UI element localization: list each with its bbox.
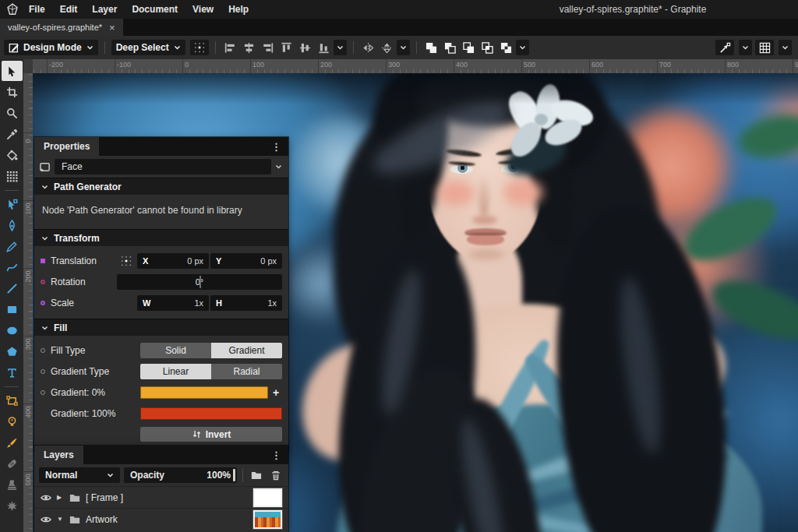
- layers-tab[interactable]: Layers: [34, 446, 83, 464]
- tool-fill[interactable]: [2, 145, 23, 165]
- section-transform[interactable]: Transform: [34, 229, 288, 246]
- chevron-down-icon[interactable]: [275, 164, 284, 170]
- tool-select[interactable]: [2, 61, 23, 81]
- translation-y-field[interactable]: Y 0 px: [210, 253, 282, 269]
- eye-icon[interactable]: [41, 492, 51, 503]
- menu-file[interactable]: File: [29, 4, 45, 15]
- pivot-widget[interactable]: [117, 255, 136, 266]
- grid-button[interactable]: [755, 40, 774, 55]
- menu-layer[interactable]: Layer: [92, 4, 117, 15]
- boolean-intersect-icon[interactable]: [479, 40, 496, 55]
- layer-row[interactable]: ▶[ Frame ]: [34, 486, 288, 508]
- scale-h-field[interactable]: H 1x: [210, 295, 282, 311]
- tool-ellipse[interactable]: [2, 320, 23, 340]
- snapping-button[interactable]: [715, 40, 734, 55]
- close-tab-icon[interactable]: ×: [109, 23, 115, 32]
- eye-icon[interactable]: [41, 514, 51, 525]
- flip-vertical-icon[interactable]: [379, 40, 395, 55]
- parameter-dot-icon[interactable]: [41, 348, 51, 353]
- menu-edit[interactable]: Edit: [60, 4, 78, 15]
- kebab-menu-icon[interactable]: ⋮: [264, 141, 288, 153]
- align-options-dropdown[interactable]: [334, 40, 347, 55]
- tool-polygon[interactable]: [2, 341, 23, 361]
- option-solid[interactable]: Solid: [140, 343, 211, 358]
- menu-view[interactable]: View: [192, 4, 214, 15]
- align-bottom-icon[interactable]: [316, 40, 332, 55]
- boolean-difference-icon[interactable]: [498, 40, 514, 55]
- tool-pen[interactable]: [2, 215, 23, 235]
- tool-clone[interactable]: [2, 474, 23, 495]
- tool-spline[interactable]: [2, 257, 23, 277]
- tool-splat[interactable]: [2, 495, 23, 516]
- align-v-middle-icon[interactable]: [297, 40, 313, 55]
- node-name-field[interactable]: Face: [55, 159, 271, 174]
- boolean-union-icon[interactable]: [423, 40, 440, 55]
- invert-gradient-button[interactable]: Invert: [140, 427, 282, 442]
- grid-options-dropdown[interactable]: [779, 40, 792, 55]
- document-tab[interactable]: valley-of-spires.graphite* ×: [0, 19, 123, 36]
- boolean-options-dropdown[interactable]: [516, 40, 529, 55]
- boolean-subtract-back-icon[interactable]: [461, 40, 477, 55]
- flip-horizontal-icon[interactable]: [360, 40, 376, 55]
- align-right-icon[interactable]: [260, 40, 276, 55]
- option-linear[interactable]: Linear: [140, 364, 211, 379]
- properties-tab[interactable]: Properties: [34, 137, 99, 156]
- slider-handle[interactable]: [200, 276, 201, 288]
- opacity-slider[interactable]: Opacity 100%: [124, 467, 237, 483]
- tool-line[interactable]: [2, 278, 23, 298]
- selection-mode-dropdown[interactable]: Deep Select: [111, 40, 185, 55]
- tool-pattern[interactable]: [2, 166, 23, 186]
- tool-artboard[interactable]: [2, 82, 23, 102]
- align-left-icon[interactable]: [222, 40, 238, 55]
- option-radial[interactable]: Radial: [211, 364, 282, 379]
- parameter-dot-icon[interactable]: [41, 280, 51, 284]
- parameter-dot-icon[interactable]: [41, 390, 51, 395]
- translation-x-field[interactable]: X 0 px: [137, 253, 209, 269]
- parameter-dot-icon[interactable]: [41, 259, 51, 263]
- tool-freehand[interactable]: [2, 236, 23, 256]
- tool-rectangle[interactable]: [2, 299, 23, 319]
- section-fill[interactable]: Fill: [34, 319, 288, 336]
- ruler-label: -100: [117, 61, 131, 69]
- new-folder-button[interactable]: [249, 470, 264, 481]
- tool-brush[interactable]: [2, 432, 23, 453]
- blend-mode-dropdown[interactable]: Normal: [39, 467, 120, 483]
- collapse-arrow-icon[interactable]: ▼: [57, 516, 64, 523]
- tool-navigate[interactable]: [2, 103, 23, 123]
- gradient-start-swatch[interactable]: [140, 386, 268, 399]
- design-mode-dropdown[interactable]: Design Mode: [4, 40, 98, 55]
- flip-options-dropdown[interactable]: [397, 40, 410, 55]
- path-generator-body: Node 'Path Generator' cannot be found in…: [34, 195, 288, 229]
- graphite-logo-icon[interactable]: [6, 3, 19, 16]
- option-gradient[interactable]: Gradient: [211, 343, 282, 358]
- properties-panel-header: Properties ⋮: [34, 137, 288, 156]
- snapping-options-dropdown[interactable]: [739, 40, 752, 55]
- slider-handle[interactable]: [233, 469, 235, 481]
- tool-path[interactable]: [2, 194, 23, 214]
- x-label: X: [143, 256, 148, 266]
- node-name: Face: [62, 161, 83, 172]
- kebab-menu-icon[interactable]: ⋮: [264, 449, 288, 461]
- boolean-subtract-front-icon[interactable]: [442, 40, 458, 55]
- rotation-slider[interactable]: 0°: [117, 274, 282, 290]
- align-h-center-icon[interactable]: [241, 40, 257, 55]
- add-gradient-stop-button[interactable]: +: [270, 386, 282, 399]
- tool-imaginate[interactable]: [2, 411, 23, 432]
- menu-help[interactable]: Help: [228, 4, 249, 15]
- menu-document[interactable]: Document: [132, 4, 178, 15]
- ruler-label: 300: [24, 334, 32, 354]
- parameter-dot-icon[interactable]: [41, 301, 51, 305]
- gradient-end-swatch[interactable]: [140, 407, 282, 420]
- tool-eyedropper[interactable]: [2, 124, 23, 144]
- tool-text[interactable]: [2, 362, 23, 382]
- tool-frame[interactable]: [2, 390, 23, 410]
- delete-layer-button[interactable]: [268, 470, 284, 481]
- expand-arrow-icon[interactable]: ▶: [57, 494, 64, 501]
- tool-heal[interactable]: [2, 453, 23, 474]
- scale-w-field[interactable]: W 1x: [137, 295, 209, 311]
- section-path-generator[interactable]: Path Generator: [34, 178, 288, 195]
- align-top-icon[interactable]: [278, 40, 295, 55]
- pivot-button[interactable]: [190, 40, 209, 55]
- layer-row[interactable]: ▼Artwork: [34, 508, 288, 530]
- parameter-dot-icon[interactable]: [41, 369, 51, 374]
